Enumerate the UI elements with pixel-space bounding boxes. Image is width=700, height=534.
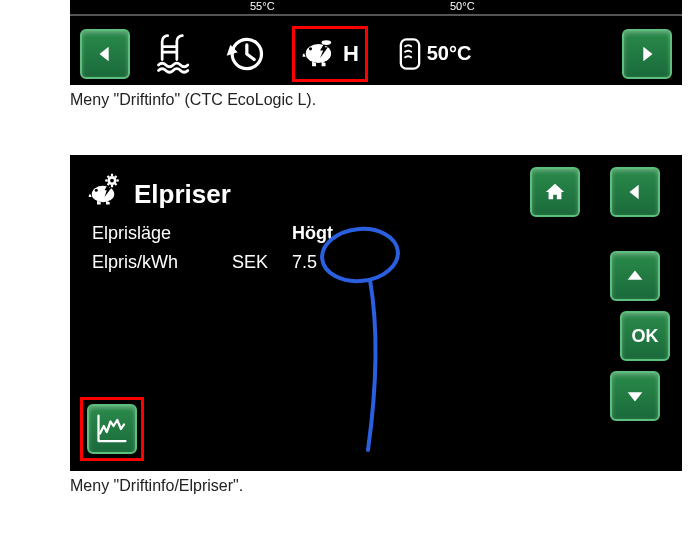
arrow-up-icon — [624, 265, 646, 287]
chart-button-highlight — [80, 397, 144, 461]
price-mode-value: Högt — [292, 223, 352, 244]
price-mode-highlight: H — [280, 26, 380, 81]
temp-small-2: 50°C — [450, 0, 475, 12]
arrow-right-icon — [636, 43, 658, 65]
up-button[interactable] — [610, 251, 660, 301]
back-button[interactable] — [610, 167, 660, 217]
down-button[interactable] — [610, 371, 660, 421]
piggy-bolt-icon[interactable] — [301, 33, 339, 75]
svg-point-1 — [306, 44, 331, 63]
temp-small-1: 55°C — [250, 0, 275, 12]
price-kwh-unit: SEK — [232, 252, 292, 273]
next-button[interactable] — [622, 29, 672, 79]
price-kwh-label: Elpris/kWh — [92, 252, 232, 273]
svg-point-16 — [110, 179, 114, 183]
price-kwh-value: 7.5 — [292, 252, 352, 273]
tank-status[interactable]: 50°C — [380, 26, 490, 81]
chart-button[interactable] — [87, 404, 137, 454]
piggy-gear-icon — [88, 173, 124, 216]
svg-point-2 — [309, 47, 312, 50]
driftinfo-toolbar: 55°C 50°C H 50°C — [70, 0, 682, 85]
elpriser-screen: Elpriser Elprisläge Högt Elpris/kWh SEK … — [70, 155, 682, 471]
ok-button[interactable]: OK — [620, 311, 670, 361]
svg-point-3 — [322, 40, 332, 45]
tank-temp: 50°C — [427, 42, 472, 65]
ok-label: OK — [632, 326, 659, 347]
svg-rect-4 — [400, 39, 418, 68]
home-icon — [544, 181, 566, 203]
top-temps: 55°C 50°C — [70, 0, 682, 14]
arrow-down-icon — [624, 385, 646, 407]
chart-icon — [94, 411, 130, 447]
pool-icon[interactable] — [140, 26, 210, 81]
panel1-caption: Meny "Driftinfo" (CTC EcoLogic L). — [70, 91, 700, 109]
svg-line-12 — [108, 176, 110, 178]
svg-line-14 — [108, 184, 110, 186]
price-mode-letter: H — [343, 41, 359, 67]
divider — [70, 14, 682, 16]
tank-icon — [399, 37, 421, 71]
prev-button[interactable] — [80, 29, 130, 79]
panel2-caption: Meny "Driftinfo/Elpriser". — [70, 477, 700, 495]
home-button[interactable] — [530, 167, 580, 217]
price-info: Elprisläge Högt Elpris/kWh SEK 7.5 — [92, 223, 352, 281]
svg-line-15 — [115, 176, 117, 178]
arrow-left-icon — [94, 43, 116, 65]
page-title: Elpriser — [134, 179, 231, 210]
price-mode-label: Elprisläge — [92, 223, 232, 244]
svg-point-6 — [95, 189, 98, 192]
arrow-left-icon — [624, 181, 646, 203]
history-icon[interactable] — [210, 26, 280, 81]
svg-line-13 — [115, 184, 117, 186]
